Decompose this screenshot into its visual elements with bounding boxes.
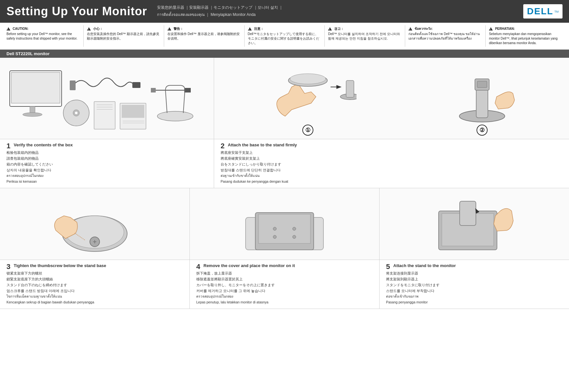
step2-translations: 將底座安裝于支架上 將底座確實安裝於支架上 台をスタンドにしっかり取り付けます … — [221, 150, 563, 185]
caution-item-2: 小心： 在您安装及操作您的 Dell™ 顯示器之前，請先參見顯示器隨附的安全指示… — [84, 25, 164, 47]
header-subtitle: 安装您的显示器 ｜安裝顯示器 ｜モニタのセットアップ ｜모니터 설치 ｜ การ… — [157, 4, 523, 18]
step5-number: 5 — [386, 263, 390, 270]
header: Setting Up Your Monitor 安装您的显示器 ｜安裝顯示器 ｜… — [0, 0, 569, 23]
svg-rect-17 — [151, 88, 156, 92]
model-name: Dell ST2220L monitor — [6, 51, 50, 56]
step2-heading: Attach the base to the stand firmly — [228, 142, 297, 147]
caution-item-5: 경고： Dell™ 모니터를 설치하여 조작하기 전에 모니터와 함께 제공되는… — [325, 25, 405, 47]
svg-rect-1 — [11, 72, 60, 103]
step3-heading: Tighten the thumbscrew below the stand b… — [14, 263, 106, 268]
caution-icon-2 — [87, 27, 91, 31]
caution-label-3: 警告： — [174, 27, 183, 31]
caution-label-4: 注意： — [254, 27, 264, 31]
step3-info: 3 Tighten the thumbscrew below the stand… — [0, 260, 189, 309]
step2-circle: ② — [477, 125, 488, 136]
step5-info: 5 Attach the stand to the monitor 将支架连接到… — [380, 260, 569, 309]
step3-number: 3 — [6, 263, 10, 270]
caution-text-4: Dell™モニタをセットアップして使用する前に、モニタに付属の安全に関する説明書… — [248, 32, 319, 45]
step2-number: 2 — [221, 142, 224, 150]
caution-icon-5 — [328, 27, 332, 31]
bottom-section: 3 Tighten the thumbscrew below the stand… — [0, 188, 569, 309]
caution-label-5: 경고： — [334, 27, 344, 31]
caution-label-2: 小心： — [93, 27, 103, 31]
step3-translations: 锁紧支架座下方的螺丝 鎖緊支架底座下方的大頭螺絲 スタンド台の下のねじを締め付け… — [6, 271, 183, 305]
caution-label-6: ข้อควรระวัง: — [415, 27, 432, 31]
subtitle-line1: 安装您的显示器 ｜安裝顯示器 ｜モニタのセットアップ ｜모니터 설치 ｜ — [157, 4, 523, 11]
step2-info: 2 Attach the base to the stand firmly 將底… — [214, 139, 569, 188]
step4-container: 4 Remove the cover and place the monitor… — [190, 188, 380, 309]
caution-item-3: 警告： 在设置和操作 Dell™ 显示器之前，请参阅随附的安全说明。 — [164, 25, 245, 47]
svg-point-37 — [273, 227, 276, 230]
step1-illustration — [0, 58, 214, 139]
step2-img-box: ② — [440, 61, 524, 136]
dell-logo: DELL TM — [523, 4, 563, 18]
caution-text-6: ก่อนติดตั้งและใช้จอภาพ Dell™ ของคุณ ขอให… — [408, 32, 480, 40]
model-bar: Dell ST2220L monitor — [0, 50, 569, 58]
caution-icon-4 — [248, 27, 252, 31]
svg-rect-4 — [70, 80, 76, 90]
svg-point-38 — [293, 227, 296, 230]
svg-rect-2 — [30, 106, 35, 113]
svg-point-3 — [23, 113, 42, 116]
caution-label-7: PERHATIAN: — [495, 27, 515, 31]
step3-container: 3 Tighten the thumbscrew below the stand… — [0, 188, 190, 309]
step3-illustration — [0, 188, 189, 260]
svg-rect-23 — [346, 80, 354, 97]
steps-info-row-1: 1 Verify the contents of the box 检验包装箱内的… — [0, 139, 569, 188]
step4-illustration — [190, 188, 379, 260]
svg-rect-36 — [259, 214, 310, 243]
svg-rect-28 — [477, 81, 487, 88]
caution-item-6: ข้อควรระวัง: ก่อนติดตั้งและใช้จอภาพ Dell… — [405, 25, 486, 47]
svg-point-39 — [273, 235, 276, 239]
page-title: Setting Up Your Monitor — [6, 5, 147, 18]
svg-rect-26 — [476, 87, 488, 118]
svg-rect-9 — [94, 102, 115, 129]
svg-rect-14 — [122, 105, 144, 118]
step4-heading: Remove the cover and place the monitor o… — [203, 263, 295, 268]
step5-translations: 将支架连接到显示器 將支架裝到顯示器上 スタンドをモニタに取り付けます 스탠드를… — [386, 271, 563, 305]
svg-point-21 — [290, 74, 326, 84]
caution-icon-1 — [6, 27, 10, 31]
svg-point-40 — [293, 235, 296, 239]
top-section: ① ② — [0, 58, 569, 139]
step1-img-box: ① — [259, 61, 357, 136]
step1-number: 1 — [6, 142, 10, 150]
svg-point-19 — [157, 111, 193, 121]
caution-icon-6 — [408, 27, 412, 31]
step1-translations: 检验包装箱内的物品 請查包裝箱內的物品 箱の内容を確認してください 상자의 내용… — [6, 150, 207, 185]
dell-logo-text: DELL — [527, 6, 553, 16]
caution-text-2: 在您安装及操作您的 Dell™ 顯示器之前，請先參見顯示器隨附的安全指示。 — [87, 32, 159, 40]
caution-text-5: Dell™ 모니터를 설치하여 조작하기 전에 모니터와 함께 제공되는 안전 … — [328, 32, 400, 40]
caution-text-1: Before setting up your Dell™ monitor, se… — [6, 32, 77, 40]
svg-rect-43 — [460, 201, 476, 226]
caution-text-7: Sebelum menyiapkan dan mengoperasikan mo… — [489, 32, 558, 45]
step1-heading: Verify the contents of the box — [14, 142, 73, 147]
caution-item-1: CAUTION: Before setting up your Dell™ mo… — [3, 25, 84, 47]
subtitle-line2: การติดตั้งจอแสดงผลของคุณ ｜ Menyiapkan Mo… — [157, 11, 523, 18]
step4-number: 4 — [196, 263, 200, 270]
step5-illustration — [380, 188, 569, 260]
caution-item-4: 注意： Dell™モニタをセットアップして使用する前に、モニタに付属の安全に関す… — [245, 25, 325, 47]
step5-container: 5 Attach the stand to the monitor 将支架连接到… — [380, 188, 569, 309]
step2-illustration: ① ② — [214, 58, 569, 139]
caution-bar: CAUTION: Before setting up your Dell™ mo… — [0, 23, 569, 50]
svg-rect-5 — [132, 82, 140, 88]
step4-info: 4 Remove the cover and place the monitor… — [190, 260, 379, 309]
caution-label-1: CAUTION: — [13, 27, 29, 31]
caution-icon-3 — [167, 27, 171, 31]
step4-translations: 拆下掩盖，放上显示器 移除遮蓋並將顯示器置於其上 カバーを取り外し、モニターをそ… — [196, 271, 373, 305]
step1-circle: ① — [302, 125, 313, 136]
caution-text-3: 在设置和操作 Dell™ 显示器之前，请参阅随附的安全说明。 — [167, 32, 240, 40]
caution-icon-7 — [489, 27, 493, 31]
svg-point-8 — [75, 112, 78, 114]
caution-item-7: PERHATIAN: Sebelum menyiapkan dan mengop… — [486, 25, 566, 47]
step5-heading: Attach the stand to the monitor — [393, 263, 456, 268]
step1-info: 1 Verify the contents of the box 检验包装箱内的… — [0, 139, 214, 188]
